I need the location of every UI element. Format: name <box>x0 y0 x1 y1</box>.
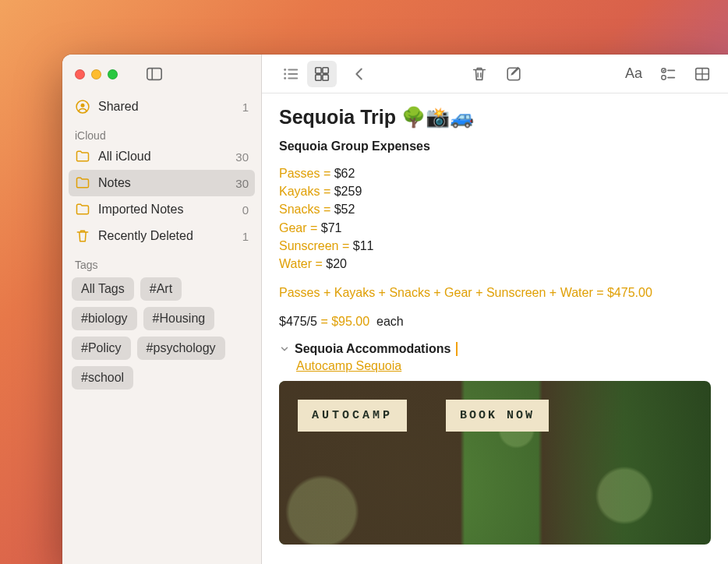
tag-chip[interactable]: #Art <box>140 277 182 301</box>
accommodations-link[interactable]: Autocamp Sequoia <box>296 359 401 373</box>
accommodations-heading-label: Sequoia Accommodations <box>295 342 451 356</box>
expense-line: Kayaks = $259 <box>279 182 711 200</box>
formula-term: Gear <box>444 286 472 299</box>
expense-line: Passes = $62 <box>279 164 711 182</box>
sidebar-item-label: Notes <box>98 176 228 190</box>
sidebar-section-tags: Tags <box>69 249 255 273</box>
sidebar-item-count: 30 <box>235 150 249 164</box>
accommodations-heading[interactable]: Sequoia Accommodations <box>279 342 711 356</box>
formula-term: Sunscreen <box>486 286 546 299</box>
expense-line: Sunscreen = $11 <box>279 237 711 255</box>
toggle-sidebar-button[interactable] <box>143 62 166 86</box>
delete-button[interactable] <box>468 62 491 86</box>
chevron-down-icon <box>279 344 290 354</box>
formula-term: Passes <box>279 286 320 299</box>
expense-value: $62 <box>334 167 355 180</box>
text-cursor <box>456 342 458 356</box>
aa-icon: Aa <box>625 65 642 82</box>
chevron-left-icon <box>351 65 368 83</box>
sidebar-item-count: 0 <box>242 203 249 217</box>
note-body[interactable]: Sequoia Trip 🌳📸🚙 Sequoia Group Expenses … <box>262 93 728 557</box>
table-button[interactable] <box>691 62 714 86</box>
new-note-button[interactable] <box>502 62 525 86</box>
grid-icon <box>313 65 330 83</box>
sidebar-item-count: 1 <box>242 100 249 114</box>
sidebar-item-label: Shared <box>98 100 235 114</box>
tags-container: All Tags#Art#biology#Housing#Policy#psyc… <box>69 273 255 394</box>
svg-point-5 <box>284 72 286 75</box>
formula-term: Water <box>560 286 593 299</box>
notes-app-window: Shared 1 iCloud All iCloud30Notes30Impor… <box>62 55 728 564</box>
tag-chip[interactable]: #school <box>72 366 133 390</box>
checklist-icon <box>659 65 677 83</box>
list-icon <box>282 65 299 83</box>
expense-line: Snacks = $52 <box>279 200 711 218</box>
svg-point-3 <box>81 104 85 108</box>
sidebar-item-label: Imported Notes <box>98 203 235 217</box>
expense-name: Passes <box>279 167 320 180</box>
sidebar-section-icloud: iCloud <box>69 120 255 143</box>
expense-name: Gear <box>279 221 307 234</box>
per-head-lhs: $475/5 <box>279 315 317 328</box>
tag-chip[interactable]: #Housing <box>143 307 215 330</box>
expense-value: $11 <box>353 239 374 252</box>
person-circle-icon <box>75 99 90 115</box>
svg-point-4 <box>284 69 286 71</box>
expense-value: $20 <box>326 257 347 270</box>
sidebar-item-count: 30 <box>235 177 249 190</box>
list-view-button[interactable] <box>276 61 306 87</box>
folder-icon <box>75 149 90 164</box>
expense-value: $259 <box>334 185 362 198</box>
svg-rect-0 <box>147 69 161 80</box>
svg-point-18 <box>662 75 666 79</box>
sidebar-folder-item[interactable]: All iCloud30 <box>69 143 255 170</box>
sidebar: Shared 1 iCloud All iCloud30Notes30Impor… <box>62 55 262 564</box>
sidebar-icon <box>146 65 163 83</box>
svg-rect-12 <box>316 74 321 79</box>
minimize-button[interactable] <box>91 69 101 79</box>
expense-name: Snacks <box>279 203 320 216</box>
formula-term: Kayaks <box>334 286 375 299</box>
expense-value: $71 <box>321 221 342 234</box>
view-mode-segment <box>276 61 337 87</box>
formula-term: Snacks <box>389 286 429 299</box>
sidebar-item-shared[interactable]: Shared 1 <box>69 93 255 120</box>
svg-rect-11 <box>323 67 328 72</box>
sidebar-item-label: All iCloud <box>98 150 228 164</box>
formula-result: $475.00 <box>607 286 652 299</box>
tag-chip[interactable]: #biology <box>72 307 137 330</box>
titlebar <box>62 55 261 93</box>
per-head-line: $475/5 = $95.00 each <box>279 312 711 330</box>
tag-chip[interactable]: #Policy <box>72 337 131 360</box>
trash-icon <box>471 65 488 83</box>
note-subtitle: Sequoia Group Expenses <box>279 139 711 153</box>
attachment-logo: AUTOCAMP <box>298 400 407 432</box>
sidebar-folder-item[interactable]: Imported Notes0 <box>69 196 255 223</box>
sidebar-folder-item[interactable]: Recently Deleted1 <box>69 223 255 249</box>
per-head-result: $95.00 <box>331 315 369 328</box>
sidebar-item-count: 1 <box>242 230 249 243</box>
back-button[interactable] <box>348 62 371 86</box>
note-title: Sequoia Trip 🌳📸🚙 <box>279 106 711 129</box>
tag-chip[interactable]: #psychology <box>137 337 225 360</box>
close-button[interactable] <box>75 69 85 79</box>
sidebar-folder-item[interactable]: Notes30 <box>69 170 255 196</box>
checklist-button[interactable] <box>656 62 680 86</box>
expense-list: Passes = $62Kayaks = $259Snacks = $52Gea… <box>279 164 711 273</box>
expense-value: $52 <box>334 203 355 216</box>
gallery-view-button[interactable] <box>307 61 337 87</box>
svg-rect-13 <box>323 74 328 79</box>
expense-line: Water = $20 <box>279 255 711 273</box>
expense-name: Kayaks <box>279 185 320 198</box>
tag-chip[interactable]: All Tags <box>72 277 134 301</box>
per-head-suffix: each <box>376 315 404 328</box>
attachment-preview[interactable]: AUTOCAMP BOOK NOW <box>279 381 711 545</box>
main-pane: Aa Sequoia Trip 🌳📸🚙 Sequoia Group Expens… <box>262 55 728 564</box>
sidebar-content: Shared 1 iCloud All iCloud30Notes30Impor… <box>62 93 261 400</box>
format-button[interactable]: Aa <box>622 62 645 85</box>
attachment-cta-button[interactable]: BOOK NOW <box>446 400 549 432</box>
expense-name: Sunscreen <box>279 239 339 252</box>
svg-point-6 <box>284 77 286 79</box>
compose-icon <box>505 65 522 83</box>
zoom-button[interactable] <box>108 69 118 79</box>
